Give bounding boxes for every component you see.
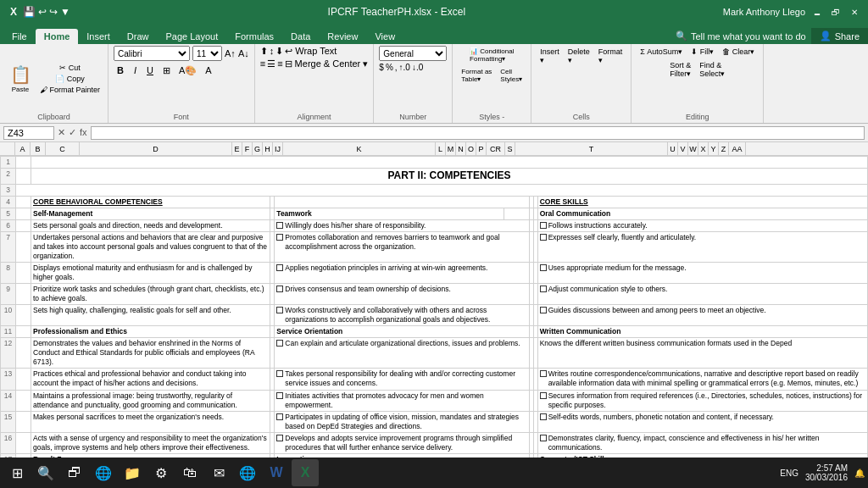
col-header-IJ[interactable]: IJ — [273, 142, 283, 155]
align-bottom-button[interactable]: ⬇ — [275, 46, 283, 57]
tab-review[interactable]: Review — [319, 29, 366, 44]
col-header-C[interactable]: C — [46, 142, 80, 155]
checkbox-14r[interactable] — [540, 392, 547, 399]
checkbox-10r[interactable] — [540, 307, 547, 313]
word-button[interactable]: W — [263, 459, 290, 486]
restore-button[interactable]: 🗗 — [829, 5, 843, 19]
font-family-select[interactable]: Calibri — [114, 46, 190, 61]
close-button[interactable]: ✕ — [848, 5, 861, 19]
col-header-T[interactable]: T — [515, 142, 668, 155]
formula-input[interactable] — [91, 126, 865, 140]
checkbox-12[interactable] — [276, 340, 283, 347]
col-header-U[interactable]: U — [668, 142, 678, 155]
cut-button[interactable]: ✂ Cut — [37, 63, 103, 73]
cell-14a[interactable] — [16, 390, 31, 411]
checkbox-15r[interactable] — [540, 413, 547, 420]
col-header-Y[interactable]: Y — [709, 142, 719, 155]
tab-view[interactable]: View — [366, 29, 403, 44]
qat-dropdown-icon[interactable]: ▼ — [60, 6, 70, 18]
notification-icon[interactable]: 🔔 — [854, 469, 865, 478]
cell-1b[interactable] — [31, 157, 868, 169]
col-header-E[interactable]: E — [232, 142, 242, 155]
decrease-decimal-button[interactable]: ↓.0 — [412, 63, 423, 72]
checkbox-10[interactable] — [276, 307, 283, 313]
save-icon[interactable]: 💾 — [23, 6, 36, 18]
checkbox-15[interactable] — [276, 413, 283, 420]
wrap-text-button[interactable]: ↩ Wrap Text — [285, 46, 337, 57]
cell-10a[interactable] — [16, 305, 31, 326]
cell-8a[interactable] — [16, 262, 31, 283]
col-header-O[interactable]: O — [466, 142, 476, 155]
align-left-button[interactable]: ≡ — [260, 58, 265, 69]
file-explorer-button[interactable]: 📁 — [119, 459, 146, 486]
conditional-formatting-button[interactable]: 📊 ConditionalFormatting▾ — [466, 46, 517, 64]
excel-taskbar-button[interactable]: X — [292, 459, 319, 486]
checkbox-6[interactable] — [276, 222, 283, 229]
checkbox-7r[interactable] — [540, 234, 547, 241]
percent-button[interactable]: % — [386, 63, 393, 72]
edge-button[interactable]: 🌐 — [90, 459, 117, 486]
paste-button[interactable]: 📋 Paste — [5, 63, 36, 95]
font-size-select[interactable]: 11 — [192, 46, 222, 61]
checkbox-16[interactable] — [276, 435, 283, 441]
col-header-V[interactable]: V — [678, 142, 688, 155]
currency-button[interactable]: $ — [379, 63, 384, 72]
col-header-X[interactable]: X — [698, 142, 709, 155]
col-header-K[interactable]: K — [283, 142, 436, 155]
col-header-CR[interactable]: CR — [487, 142, 505, 155]
font-increase-button[interactable]: A↑ — [225, 48, 236, 58]
align-top-button[interactable]: ⬆ — [260, 46, 268, 57]
checkbox-6r[interactable] — [540, 222, 547, 229]
col-header-N[interactable]: N — [456, 142, 466, 155]
merge-center-button[interactable]: ⊟ Merge & Center ▾ — [285, 58, 369, 69]
cell-13a[interactable] — [16, 369, 31, 390]
cell-6a[interactable] — [16, 219, 31, 231]
undo-icon[interactable]: ↩ — [38, 6, 47, 18]
minimize-button[interactable]: 🗕 — [810, 5, 824, 19]
col-header-AA[interactable]: AA — [729, 142, 746, 155]
confirm-formula-icon[interactable]: ✓ — [69, 127, 76, 138]
col-header-H[interactable]: H — [263, 142, 273, 155]
cancel-formula-icon[interactable]: ✕ — [58, 127, 65, 138]
tab-file[interactable]: File — [3, 29, 36, 44]
checkbox-7[interactable] — [276, 234, 283, 241]
cell-4a[interactable] — [16, 196, 31, 208]
col-header-P[interactable]: P — [476, 142, 487, 155]
share-button[interactable]: 👤 Share — [811, 28, 868, 44]
checkbox-8[interactable] — [276, 264, 283, 271]
store-button[interactable]: 🛍 — [176, 459, 203, 486]
border-button[interactable]: ⊞ — [160, 64, 173, 77]
copy-button[interactable]: 📄 Copy — [37, 74, 103, 84]
increase-decimal-button[interactable]: ↑.0 — [399, 63, 410, 72]
cell-16a[interactable] — [16, 432, 31, 453]
col-header-M[interactable]: M — [446, 142, 456, 155]
tab-insert[interactable]: Insert — [78, 29, 119, 44]
cell-7a[interactable] — [16, 231, 31, 262]
clear-button[interactable]: 🗑 Clear▾ — [719, 46, 758, 58]
tab-home[interactable]: Home — [36, 29, 79, 44]
col-header-D[interactable]: D — [80, 142, 232, 155]
align-middle-button[interactable]: ↕ — [270, 46, 275, 57]
cell-1a[interactable] — [16, 157, 31, 169]
format-as-table-button[interactable]: Format asTable▾ — [458, 66, 495, 85]
number-format-select[interactable]: General — [379, 46, 447, 61]
windows-start-button[interactable]: ⊞ — [3, 459, 31, 486]
checkbox-13[interactable] — [276, 370, 283, 377]
checkbox-9r[interactable] — [540, 286, 547, 292]
mail-button[interactable]: ✉ — [205, 459, 232, 486]
search-button[interactable]: 🔍 — [32, 459, 59, 486]
task-view-button[interactable]: 🗗 — [61, 459, 88, 486]
insert-button[interactable]: Insert▾ — [537, 46, 563, 66]
cell-11a[interactable] — [16, 326, 31, 338]
align-right-button[interactable]: ≡ — [277, 58, 282, 69]
name-box[interactable]: Z43 — [3, 126, 54, 140]
fill-color-button[interactable]: A🎨 — [176, 64, 199, 77]
cell-9a[interactable] — [16, 284, 31, 305]
cell-4j[interactable] — [275, 196, 529, 208]
delete-button[interactable]: Delete▾ — [565, 46, 593, 66]
underline-button[interactable]: U — [143, 64, 157, 77]
cell-styles-button[interactable]: CellStyles▾ — [497, 66, 526, 85]
redo-icon[interactable]: ↪ — [49, 6, 58, 18]
checkbox-13r[interactable] — [540, 370, 547, 377]
tab-page-layout[interactable]: Page Layout — [157, 29, 226, 44]
